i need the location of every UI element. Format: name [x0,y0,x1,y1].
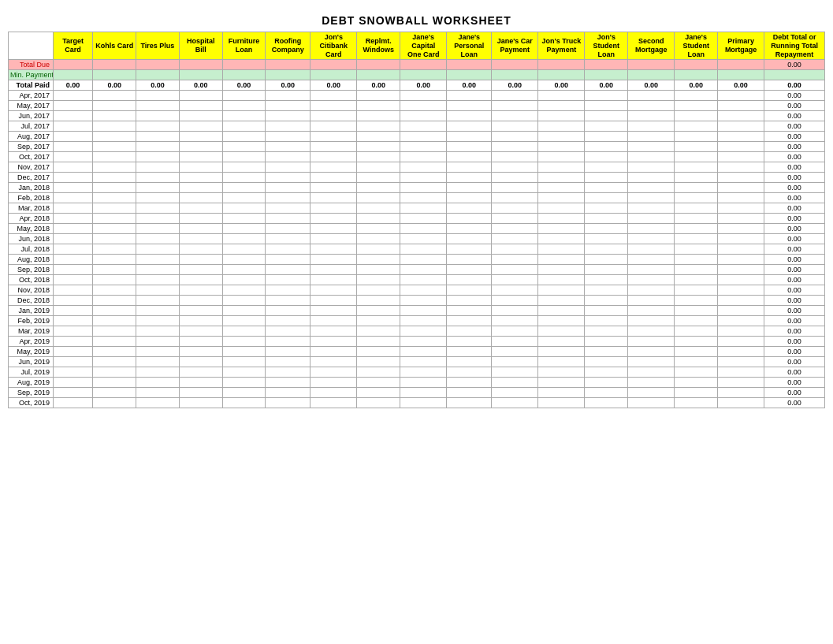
data-cell[interactable] [93,111,136,121]
data-cell[interactable] [179,326,222,337]
data-cell[interactable] [718,316,764,326]
data-cell[interactable] [675,285,718,296]
data-cell[interactable] [179,378,222,388]
data-cell[interactable] [266,224,311,234]
data-cell[interactable] [400,296,447,306]
data-cell[interactable] [492,367,538,378]
data-cell[interactable] [222,234,266,244]
data-cell[interactable] [179,183,222,193]
data-cell[interactable] [222,193,266,203]
data-cell[interactable] [492,255,538,265]
data-cell[interactable] [179,101,222,111]
data-cell[interactable] [93,347,136,357]
data-cell[interactable] [93,265,136,275]
data-cell[interactable] [357,224,400,234]
total-paid-cell[interactable]: 0.00 [222,80,266,91]
data-cell[interactable] [718,378,764,388]
data-cell[interactable] [179,193,222,203]
data-cell[interactable] [311,214,357,224]
data-cell[interactable] [675,101,718,111]
data-cell[interactable] [718,142,764,152]
data-cell[interactable] [675,265,718,275]
data-cell[interactable] [628,162,675,173]
cell[interactable] [628,70,675,80]
data-cell[interactable] [675,255,718,265]
data-cell[interactable] [447,265,492,275]
data-last-cell[interactable]: 0.00 [764,234,825,244]
data-cell[interactable] [93,388,136,398]
data-cell[interactable] [492,183,538,193]
data-cell[interactable] [136,214,180,224]
data-cell[interactable] [538,91,585,101]
data-cell[interactable] [538,316,585,326]
data-cell[interactable] [136,378,180,388]
total-due-last[interactable]: 0.00 [764,60,825,70]
data-cell[interactable] [628,378,675,388]
data-cell[interactable] [538,285,585,296]
data-last-cell[interactable]: 0.00 [764,388,825,398]
data-cell[interactable] [53,214,92,224]
data-cell[interactable] [266,244,311,255]
data-cell[interactable] [628,203,675,214]
data-cell[interactable] [311,265,357,275]
data-cell[interactable] [53,316,92,326]
data-cell[interactable] [53,142,92,152]
data-cell[interactable] [675,214,718,224]
data-cell[interactable] [266,357,311,367]
data-cell[interactable] [492,296,538,306]
data-cell[interactable] [311,326,357,337]
data-cell[interactable] [311,203,357,214]
data-cell[interactable] [179,255,222,265]
data-cell[interactable] [357,347,400,357]
cell[interactable] [179,70,222,80]
data-cell[interactable] [492,111,538,121]
data-cell[interactable] [628,101,675,111]
data-cell[interactable] [53,255,92,265]
data-cell[interactable] [718,347,764,357]
data-cell[interactable] [675,224,718,234]
data-cell[interactable] [136,265,180,275]
total-paid-cell[interactable]: 0.00 [538,80,585,91]
data-cell[interactable] [179,121,222,132]
data-cell[interactable] [93,162,136,173]
data-cell[interactable] [718,121,764,132]
data-cell[interactable] [266,388,311,398]
data-cell[interactable] [136,285,180,296]
data-cell[interactable] [718,275,764,285]
data-last-cell[interactable]: 0.00 [764,183,825,193]
data-cell[interactable] [53,91,92,101]
data-cell[interactable] [538,357,585,367]
data-cell[interactable] [93,337,136,347]
data-cell[interactable] [538,367,585,378]
data-cell[interactable] [266,173,311,183]
data-cell[interactable] [628,347,675,357]
data-cell[interactable] [93,296,136,306]
data-cell[interactable] [675,398,718,408]
data-cell[interactable] [179,275,222,285]
data-cell[interactable] [585,306,628,316]
cell[interactable] [266,70,311,80]
data-cell[interactable] [357,265,400,275]
data-cell[interactable] [357,132,400,142]
data-cell[interactable] [447,193,492,203]
data-cell[interactable] [53,337,92,347]
data-cell[interactable] [538,347,585,357]
data-cell[interactable] [53,275,92,285]
data-cell[interactable] [222,183,266,193]
data-cell[interactable] [357,183,400,193]
data-cell[interactable] [266,234,311,244]
data-cell[interactable] [585,91,628,101]
data-cell[interactable] [357,142,400,152]
data-cell[interactable] [492,316,538,326]
data-cell[interactable] [585,234,628,244]
data-cell[interactable] [179,214,222,224]
data-cell[interactable] [179,357,222,367]
data-cell[interactable] [136,306,180,316]
min-payment-last[interactable] [764,70,825,80]
data-cell[interactable] [492,347,538,357]
data-cell[interactable] [718,398,764,408]
data-cell[interactable] [311,91,357,101]
total-paid-cell[interactable]: 0.00 [266,80,311,91]
data-cell[interactable] [311,255,357,265]
data-last-cell[interactable]: 0.00 [764,91,825,101]
